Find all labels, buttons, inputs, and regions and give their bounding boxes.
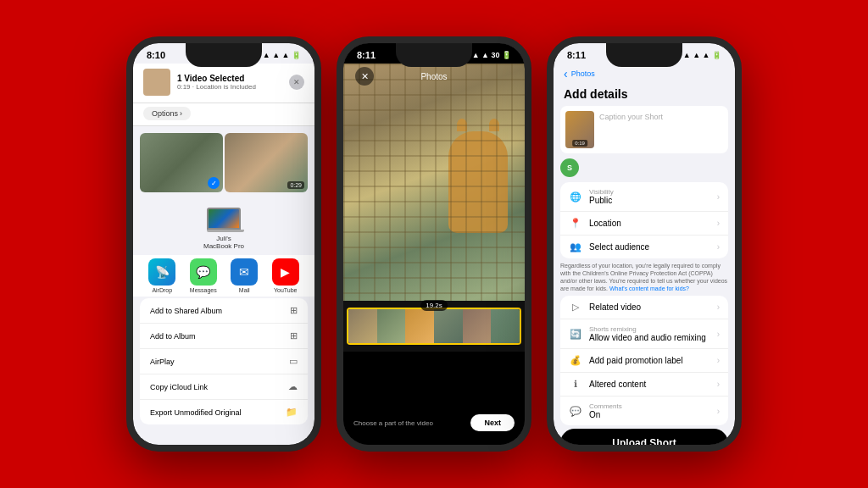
mail-label: Mail xyxy=(239,287,250,293)
shared-album-icon: ⊞ xyxy=(290,305,298,316)
remixing-content: Shorts remixing Allow video and audio re… xyxy=(589,325,710,342)
visibility-section: 🌐 Visibility Public › 📍 Location › 👥 xyxy=(560,182,728,258)
action-export[interactable]: Export Unmodified Original 📁 xyxy=(140,400,308,424)
comments-value: On xyxy=(589,410,710,419)
airplay-icon: ▭ xyxy=(289,356,298,367)
audience-chevron: › xyxy=(717,242,720,252)
mail-app[interactable]: ✉ Mail xyxy=(231,258,258,293)
location-content: Location xyxy=(589,219,710,228)
share-apps-row: 📡 AirDrop 💬 Messages ✉ Mail ▶ YouTube xyxy=(133,255,314,297)
location-chevron: › xyxy=(717,219,720,228)
icloud-icon: ☁ xyxy=(288,381,298,392)
video-preview: 19.2s xyxy=(343,64,525,352)
remixing-row[interactable]: 🔄 Shorts remixing Allow video and audio … xyxy=(560,319,728,349)
audience-icon: 👥 xyxy=(569,241,582,252)
phone-1-thumb xyxy=(143,69,170,96)
altered-content-value: Altered content xyxy=(589,380,710,389)
remixing-chevron: › xyxy=(717,330,720,339)
comments-content: Comments On xyxy=(589,402,710,419)
visibility-row[interactable]: 🌐 Visibility Public › xyxy=(560,182,728,212)
action-export-label: Export Unmodified Original xyxy=(150,408,242,417)
grid-thumb-1[interactable]: ✓ xyxy=(140,133,223,192)
phone-2-notch xyxy=(396,43,472,67)
phone-3: 8:11 ▲ ▲ ▲ 🔋 ‹ Photos Add details 0:19 C… xyxy=(547,36,742,452)
visibility-content: Visibility Public xyxy=(589,188,710,205)
youtube-label: YouTube xyxy=(274,287,298,293)
comments-row[interactable]: 💬 Comments On › xyxy=(560,396,728,425)
related-video-value: Related video xyxy=(589,302,710,312)
phone-1-close-button[interactable]: ✕ xyxy=(289,75,304,90)
airdrop-label: AirDrop xyxy=(152,287,172,293)
options-button[interactable]: Options › xyxy=(143,107,191,120)
next-button[interactable]: Next xyxy=(470,414,515,431)
add-album-icon: ⊞ xyxy=(290,330,298,341)
comments-icon: 💬 xyxy=(569,406,582,417)
extra-settings-section: ▷ Related video › 🔄 Shorts remixing Allo… xyxy=(560,296,728,425)
location-icon: 📍 xyxy=(569,218,582,229)
paid-promo-row[interactable]: 💰 Add paid promotion label › xyxy=(560,349,728,373)
phone-1-notch xyxy=(186,43,262,67)
page-title: Add details xyxy=(554,84,735,106)
photos-nav-label: Photos xyxy=(420,72,447,81)
related-video-row[interactable]: ▷ Related video › xyxy=(560,296,728,319)
phone-2: 8:11 ▲ ▲ 30 🔋 ✕ Photos 19.2s xyxy=(337,36,531,452)
phone-3-status-icons: ▲ ▲ ▲ 🔋 xyxy=(683,51,721,59)
remixing-value: Allow video and audio remixing xyxy=(589,333,710,342)
video-timeline: 19.2s xyxy=(343,301,525,352)
coppa-link[interactable]: What's content made for kids? xyxy=(609,286,689,291)
back-button[interactable]: ✕ xyxy=(355,67,374,86)
paid-promo-value: Add paid promotion label xyxy=(589,356,710,365)
actions-list: Add to Shared Album ⊞ Add to Album ⊞ Air… xyxy=(140,298,308,424)
youtube-icon: ▶ xyxy=(272,258,299,286)
airdrop-icon: 📡 xyxy=(148,258,175,286)
grid-check-icon: ✓ xyxy=(208,177,220,189)
upload-button[interactable]: Upload Short xyxy=(560,429,728,445)
action-add-album-label: Add to Album xyxy=(150,332,196,341)
timeline-strip[interactable] xyxy=(347,308,521,345)
timeline-frame-2 xyxy=(377,309,406,343)
action-icloud[interactable]: Copy iCloud Link ☁ xyxy=(140,374,308,400)
caption-video-duration: 0:19 xyxy=(572,140,587,147)
photos-nav-label-3: Photos xyxy=(571,69,595,78)
airdrop-app[interactable]: 📡 AirDrop xyxy=(148,258,175,293)
phone-1-time: 8:10 xyxy=(147,50,165,60)
user-avatar: S xyxy=(560,158,579,177)
caption-input[interactable]: Caption your Short xyxy=(599,111,723,121)
altered-content-row[interactable]: ℹ Altered content › xyxy=(560,373,728,396)
youtube-app[interactable]: ▶ YouTube xyxy=(272,258,299,293)
messages-icon: 💬 xyxy=(190,258,217,286)
altered-content-content: Altered content xyxy=(589,380,710,389)
phone-1-header: 1 Video Selected 0:19 · Location is Incl… xyxy=(133,64,314,103)
paid-promo-icon: 💰 xyxy=(569,355,582,366)
back-arrow-icon[interactable]: ‹ xyxy=(564,67,568,80)
macbook-icon xyxy=(207,208,241,233)
visibility-chevron: › xyxy=(717,192,720,202)
timeline-frame-6 xyxy=(491,309,520,343)
action-shared-album-label: Add to Shared Album xyxy=(150,307,222,315)
messages-app[interactable]: 💬 Messages xyxy=(190,258,217,293)
action-airplay-label: AirPlay xyxy=(150,358,175,366)
choose-part-label: Choose a part of the video xyxy=(353,419,433,427)
timeline-frame-3 xyxy=(405,309,434,343)
device-section: Juli'sMacBook Pro xyxy=(133,199,314,255)
timeline-frame-5 xyxy=(463,309,492,343)
action-airplay[interactable]: AirPlay ▭ xyxy=(140,349,308,374)
grid-duration-2: 0:29 xyxy=(287,181,304,189)
caption-area: 0:19 Caption your Short xyxy=(560,106,728,153)
location-row[interactable]: 📍 Location › xyxy=(560,212,728,236)
location-value: Location xyxy=(589,219,710,228)
messages-label: Messages xyxy=(190,287,217,293)
grid-thumb-2[interactable]: 0:29 xyxy=(225,133,308,192)
phone-1-header-info: 1 Video Selected 0:19 · Location is Incl… xyxy=(177,74,282,91)
phone-3-screen: 8:11 ▲ ▲ ▲ 🔋 ‹ Photos Add details 0:19 C… xyxy=(554,43,735,445)
phone-3-time: 8:11 xyxy=(567,50,586,60)
phone-1-header-title: 1 Video Selected xyxy=(177,74,282,83)
altered-content-chevron: › xyxy=(717,380,720,389)
phone-3-notch xyxy=(606,43,682,67)
coppa-notice: Regardless of your location, you're lega… xyxy=(560,262,728,292)
phone-1: 8:10 ▲ ▲ ▲ 🔋 1 Video Selected 0:19 · Loc… xyxy=(126,36,321,452)
audience-row[interactable]: 👥 Select audience › xyxy=(560,236,728,258)
action-add-album[interactable]: Add to Album ⊞ xyxy=(140,324,308,349)
phone-1-grid: ✓ 0:29 xyxy=(140,133,308,192)
action-shared-album[interactable]: Add to Shared Album ⊞ xyxy=(140,298,308,324)
